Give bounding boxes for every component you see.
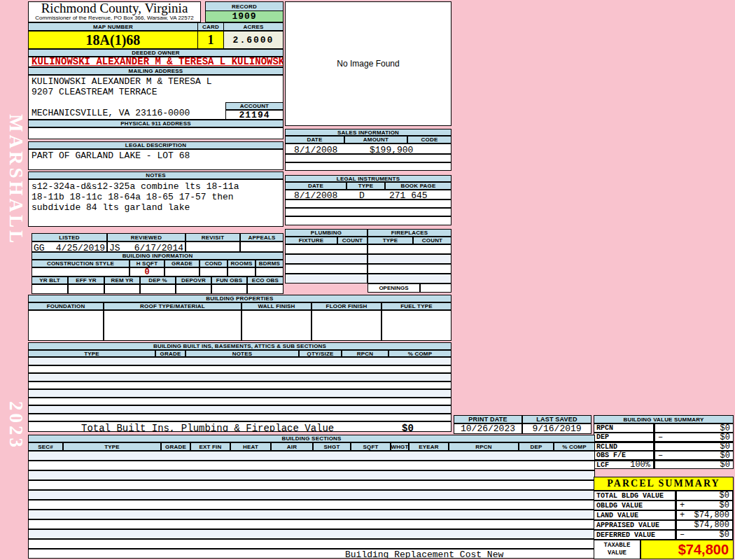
parcel-summary-title: PARCEL SUMMARY bbox=[594, 477, 734, 491]
notes-line-1: s12-324a-d&s12-325a combine lts 18-11a bbox=[31, 181, 280, 192]
bs-sqft-header: SQFT bbox=[351, 442, 391, 451]
cond-header: COND bbox=[200, 260, 227, 267]
builtins-row bbox=[28, 389, 451, 398]
fireplace-row bbox=[368, 274, 451, 284]
instrument-bookpage-header: BOOK PAGE bbox=[385, 182, 451, 190]
ps-obldg-label: OBLDG VALUE bbox=[594, 500, 676, 510]
bs-sec-header: SEC# bbox=[28, 442, 63, 451]
yrblt-value bbox=[31, 284, 68, 294]
ps-deferred-label: DEFERRED VALUE bbox=[594, 530, 676, 540]
plumbing-row bbox=[285, 254, 368, 264]
bvs-rclnd-value: $0 bbox=[654, 442, 734, 451]
bs-eyear-header: EYEAR bbox=[409, 442, 449, 451]
no-image-panel: No Image Found bbox=[285, 1, 451, 126]
sales-amount-value: $199,900 bbox=[370, 145, 413, 154]
acres-header: ACRES bbox=[223, 22, 284, 31]
mailing-line-1: KULINOWSKI ALEXANDER M & TERESA L bbox=[31, 76, 211, 87]
builtins-row bbox=[28, 405, 451, 414]
last-saved-value: 9/16/2019 bbox=[522, 424, 592, 434]
fuel-type-value bbox=[382, 310, 451, 341]
map-number-value: 18A(1)68 bbox=[28, 31, 198, 49]
builtins-total-value: $0 bbox=[402, 423, 414, 432]
last-saved-header: LAST SAVED bbox=[522, 415, 592, 424]
instrument-row-4 bbox=[285, 216, 451, 225]
ps-appraised-value: $74,800 bbox=[676, 520, 734, 530]
bvs-dep-op: – bbox=[658, 433, 663, 441]
legal-description-header: LEGAL DESCRIPTION bbox=[28, 141, 284, 149]
sidebar-year-label: 2023 bbox=[5, 401, 27, 450]
ecoobs-header: ECO OBS bbox=[247, 276, 284, 284]
instrument-row-1: 8/1/2008 D 271 645 bbox=[285, 190, 451, 200]
ps-obldg-amount: $0 bbox=[720, 501, 729, 510]
taxable-label-line2: VALUE bbox=[608, 550, 626, 557]
sales-row-3 bbox=[285, 162, 451, 171]
plumbing-title: PLUMBING bbox=[285, 229, 368, 237]
building-properties-title: BUILDING PROPERTIES bbox=[28, 295, 451, 302]
legal-description-value: PART OF GARLAND LAKE - LOT 68 bbox=[28, 149, 284, 170]
ps-land-op: + bbox=[680, 511, 685, 519]
bs-row bbox=[28, 461, 595, 470]
ps-land-amount: $74,800 bbox=[694, 511, 729, 519]
listed-value: GG 4/25/2019 bbox=[31, 241, 107, 252]
cond-value bbox=[200, 267, 227, 276]
notes-line-3: subdivide 84 lts garland lake bbox=[31, 202, 280, 213]
builtins-row bbox=[28, 365, 451, 373]
funobs-header: FUN OBS bbox=[211, 276, 247, 284]
reviewed-by: JS bbox=[109, 243, 120, 252]
taxable-label-line1: TAXABLE bbox=[604, 542, 631, 550]
deppct-header: DEP % bbox=[140, 276, 176, 284]
ps-appraised-amount: $74,800 bbox=[694, 521, 729, 529]
bvs-obsfe-amount: $0 bbox=[720, 451, 730, 459]
bvs-rpcn-amount: $0 bbox=[720, 424, 730, 432]
bvs-lcf-value: $0 bbox=[654, 460, 734, 469]
bvs-rclnd-label: RCLND bbox=[594, 442, 654, 451]
plumbing-row bbox=[285, 264, 368, 274]
bvs-rclnd-amount: $0 bbox=[720, 443, 730, 450]
bs-row bbox=[28, 529, 595, 539]
effyr-value bbox=[68, 284, 104, 294]
builtins-row bbox=[28, 382, 451, 389]
fixture-count-header: COUNT bbox=[337, 237, 368, 244]
remyr-value bbox=[104, 284, 140, 294]
bs-row bbox=[28, 519, 595, 529]
instrument-date-value: 8/1/2008 bbox=[294, 190, 337, 200]
sales-date-value: 8/1/2008 bbox=[294, 145, 337, 154]
sales-row-2 bbox=[285, 154, 451, 162]
deeded-owner-value: KULINOWSKI ALEXANDER M & TERESA L KULINO… bbox=[28, 57, 284, 67]
ps-land-value: + $74,800 bbox=[676, 510, 734, 520]
bs-footer-row: Building Replacement Cost New bbox=[28, 549, 595, 559]
bs-shgt-header: SHGT bbox=[313, 442, 351, 451]
hsqft-header: H SQFT bbox=[130, 260, 164, 267]
builtins-grade-header: GRADE bbox=[155, 350, 186, 357]
ps-deferred-op: – bbox=[680, 531, 685, 539]
notes-box: s12-324a-d&s12-325a combine lts 18-11a 1… bbox=[28, 179, 284, 227]
yrblt-header: YR BLT bbox=[31, 276, 68, 284]
deeded-owner-header: DEEDED OWNER bbox=[28, 49, 284, 57]
builtins-row bbox=[28, 357, 451, 365]
openings-label: OPENINGS bbox=[368, 284, 420, 293]
depovr-value bbox=[176, 284, 211, 294]
builtins-row bbox=[28, 398, 451, 405]
ps-total-bldg-amount: $0 bbox=[720, 491, 729, 500]
card-header: CARD bbox=[197, 22, 224, 31]
listed-by: GG bbox=[34, 243, 45, 252]
sales-date-header: DATE bbox=[285, 136, 344, 144]
sales-information-title: SALES INFORMATION bbox=[285, 129, 451, 136]
built-ins-title: BUILDING BUILT INS, BASEMENTS, ATTICS & … bbox=[28, 342, 451, 350]
sales-amount-header: AMOUNT bbox=[344, 136, 407, 144]
builtins-notes-header: NOTES bbox=[186, 350, 299, 357]
card-value: 1 bbox=[197, 31, 224, 49]
fireplace-type-header: TYPE bbox=[368, 237, 413, 244]
ps-deferred-value: – $0 bbox=[676, 530, 734, 540]
instrument-type-value: D bbox=[359, 190, 365, 200]
rooms-header: ROOMS bbox=[227, 260, 255, 267]
foundation-header: FOUNDATION bbox=[28, 302, 104, 310]
ps-obldg-value: + $0 bbox=[676, 500, 734, 510]
bs-row bbox=[28, 539, 595, 549]
ps-total-bldg-value: $0 bbox=[676, 491, 734, 500]
county-title-box: Richmond County, Virginia Commissioner o… bbox=[28, 1, 201, 22]
print-date-header: PRINT DATE bbox=[454, 415, 522, 424]
mailing-address-header: MAILING ADDRESS bbox=[28, 67, 284, 75]
fireplace-row bbox=[368, 244, 451, 254]
depovr-header: DEPOVR bbox=[176, 276, 211, 284]
